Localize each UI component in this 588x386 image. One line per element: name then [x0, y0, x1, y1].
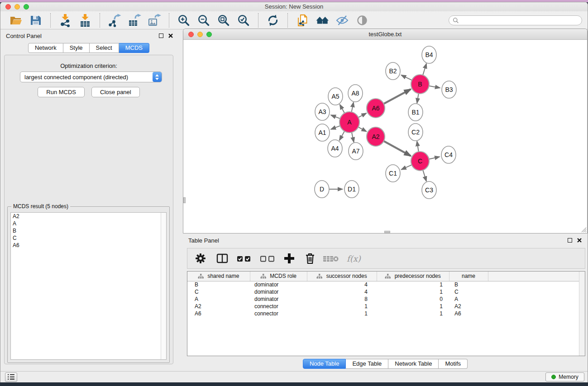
tab-style[interactable]: Style — [63, 43, 90, 53]
refresh-icon[interactable] — [266, 14, 280, 27]
result-item[interactable]: C — [11, 234, 166, 242]
result-item[interactable]: A2 — [11, 213, 166, 220]
graph-edge-B-B4[interactable] — [422, 64, 426, 76]
zoom-in-icon[interactable] — [177, 14, 191, 27]
graph-node-A3[interactable]: A3 — [315, 103, 330, 120]
table-cell[interactable]: A6 — [449, 310, 488, 317]
graph-node-A[interactable]: A — [339, 112, 359, 133]
table-cell[interactable]: 8 — [307, 295, 377, 303]
close-table-panel-icon[interactable] — [577, 238, 582, 243]
table-cell[interactable]: 1 — [377, 303, 449, 310]
graph-node-A8[interactable]: A8 — [348, 85, 363, 102]
resize-grip-icon[interactable] — [581, 227, 587, 233]
graph-node-A6[interactable]: A6 — [367, 99, 385, 118]
table-cell[interactable]: dominator — [250, 281, 307, 288]
tab-node-table[interactable]: Node Table — [303, 359, 346, 369]
tab-network[interactable]: Network — [28, 43, 63, 53]
graph-node-B3[interactable]: B3 — [442, 81, 456, 98]
table-cell[interactable]: 1 — [377, 281, 449, 288]
zoom-selected-icon[interactable] — [237, 14, 250, 27]
graph-node-A4[interactable]: A4 — [328, 140, 342, 157]
export-table-icon[interactable] — [128, 14, 141, 27]
table-row[interactable]: Cdominator41C — [187, 288, 585, 295]
graph-edge-B-B3[interactable] — [428, 86, 440, 88]
tab-edge-table[interactable]: Edge Table — [346, 359, 388, 369]
graph-node-C2[interactable]: C2 — [408, 124, 423, 141]
table-cell[interactable]: A6 — [187, 310, 250, 317]
table-cell[interactable]: A — [449, 295, 488, 303]
col-successor-nodes[interactable]: successor nodes — [307, 272, 377, 281]
column-settings-gear-icon[interactable] — [194, 252, 207, 265]
criterion-dropdown[interactable]: largest connected component (directed) — [20, 71, 162, 82]
table-cell[interactable]: A2 — [187, 303, 250, 310]
table-cell[interactable]: connector — [250, 303, 307, 310]
tab-select[interactable]: Select — [90, 43, 119, 53]
table-cell[interactable]: B — [187, 281, 250, 288]
table-cell[interactable]: A — [187, 295, 250, 303]
hide-details-icon[interactable] — [335, 14, 349, 27]
graph-edge-C-C1[interactable] — [402, 165, 412, 170]
graph-node-A2[interactable]: A2 — [367, 127, 385, 146]
col-name[interactable]: name — [449, 272, 488, 281]
table-row[interactable]: Adominator80A — [187, 295, 585, 303]
delete-table-icon[interactable] — [322, 252, 340, 265]
graph-edge-C-C4[interactable] — [428, 157, 440, 159]
graph-node-A1[interactable]: A1 — [315, 124, 330, 141]
graph-edge-A6-B[interactable] — [383, 89, 411, 104]
graph-node-C[interactable]: C — [411, 152, 429, 171]
delete-column-icon[interactable] — [303, 252, 317, 265]
deselect-all-icon[interactable] — [259, 252, 277, 265]
export-network-icon[interactable] — [108, 14, 121, 27]
zoom-out-icon[interactable] — [197, 14, 210, 27]
zoom-fit-icon[interactable] — [217, 14, 230, 27]
graph-node-B[interactable]: B — [411, 75, 429, 94]
graph-edge-A-A1[interactable] — [331, 125, 341, 129]
canvas-vscroll-thumb[interactable] — [183, 197, 186, 203]
clone-network-icon[interactable] — [296, 14, 309, 27]
table-cell[interactable]: B — [449, 281, 488, 288]
float-table-panel-icon[interactable] — [568, 238, 572, 243]
graph-node-B1[interactable]: B1 — [408, 104, 423, 121]
add-column-icon[interactable] — [282, 252, 296, 265]
graph-node-D[interactable]: D — [315, 181, 329, 198]
import-network-icon[interactable] — [58, 14, 72, 27]
col-predecessor-nodes[interactable]: predecessor nodes — [377, 272, 449, 281]
run-mcds-button[interactable]: Run MCDS — [38, 87, 85, 97]
close-panel-icon[interactable] — [168, 33, 173, 38]
table-cell[interactable]: A2 — [449, 303, 488, 310]
table-row[interactable]: A6connector11A6 — [187, 310, 585, 317]
network-window-titlebar[interactable]: testGlobe.txt — [183, 29, 587, 40]
tab-mcds[interactable]: MCDS — [119, 43, 149, 53]
graph-edge-A-A5[interactable] — [340, 105, 345, 114]
table-cell[interactable]: dominator — [250, 295, 307, 303]
open-session-icon[interactable] — [9, 14, 23, 27]
graph-edge-A2-C[interactable] — [383, 141, 411, 156]
graph-edge-C-C2[interactable] — [417, 141, 419, 152]
close-panel-button[interactable]: Close panel — [91, 87, 140, 97]
table-cell[interactable]: C — [449, 288, 488, 295]
table-cell[interactable]: 1 — [307, 303, 377, 310]
search-input[interactable] — [459, 17, 578, 24]
task-history-button[interactable] — [5, 372, 17, 382]
graph-node-B2[interactable]: B2 — [386, 62, 400, 80]
graph-node-C4[interactable]: C4 — [441, 146, 456, 163]
graph-edge-A-A3[interactable] — [331, 115, 341, 119]
table-cell[interactable]: C — [187, 288, 250, 295]
network-canvas[interactable]: B4B2BB3A5A8A6A3AB1A1A2C2A4A7C4CC1DD1C3 — [183, 40, 587, 233]
graph-edge-A-A6[interactable] — [358, 113, 366, 118]
table-row[interactable]: A2connector11A2 — [187, 303, 585, 310]
graph-edge-A-A7[interactable] — [351, 131, 354, 142]
graph-edge-C-C3[interactable] — [423, 169, 426, 181]
result-scrollbar[interactable] — [161, 213, 166, 359]
import-table-icon[interactable] — [78, 14, 92, 27]
function-builder-icon[interactable]: f(x) — [347, 254, 361, 263]
graph-edge-A-A2[interactable] — [358, 127, 366, 132]
table-cell[interactable]: 1 — [377, 310, 449, 317]
col-mcds-role[interactable]: MCDS role — [250, 272, 307, 281]
float-panel-icon[interactable] — [159, 33, 163, 38]
graph-node-C1[interactable]: C1 — [386, 165, 400, 182]
birdseye-view-icon[interactable] — [355, 14, 369, 27]
result-item[interactable]: A — [11, 220, 166, 227]
result-item[interactable]: B — [11, 227, 166, 234]
graph-edge-A-A4[interactable] — [339, 130, 345, 140]
